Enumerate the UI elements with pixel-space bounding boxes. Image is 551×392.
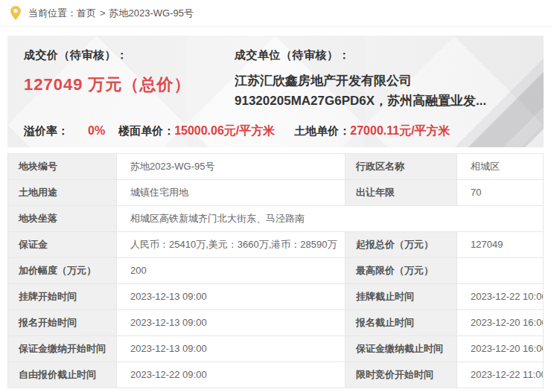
deal-summary-card: 成交价（待审核）： 127049 万元（总价） 成交单位（待审核）： 江苏汇欣鑫… (7, 36, 544, 147)
premium-rate-label: 溢价率： (24, 124, 69, 138)
location-pin-icon (10, 6, 21, 20)
land-info-table: 地块编号 苏地2023-WG-95号 行政区名称 相城区 土地用途 城镇住宅用地… (7, 153, 544, 388)
deal-unit-label: 成交单位（待审核）： (235, 48, 527, 62)
breadcrumb-separator: > (100, 7, 106, 19)
floor-unit-price-value: 15000.06元/平方米 (174, 123, 275, 139)
field-label: 报名截止时间 (345, 310, 457, 336)
field-value: 2023-12-20 16:00 (457, 310, 544, 336)
field-value: 200 (117, 258, 345, 284)
field-value: 2023-12-22 10:00 (457, 284, 544, 310)
field-value: 2023-12-22 11:00 (457, 362, 544, 388)
premium-rate-value: 0% (88, 124, 105, 138)
field-value (457, 258, 544, 284)
field-value: 苏地2023-WG-95号 (117, 154, 345, 180)
field-value: 城镇住宅用地 (117, 180, 345, 206)
company-name: 江苏汇欣鑫房地产开发有限公司 (235, 71, 527, 91)
breadcrumb-text: 当前位置：首页>苏地2023-WG-95号 (28, 7, 194, 20)
field-value: 70 (457, 180, 544, 206)
field-value: 2023-12-13 09:00 (117, 284, 345, 310)
field-label: 出让年限 (345, 180, 457, 206)
field-label: 地块编号 (8, 154, 117, 180)
field-label: 限时竞价开始时间 (345, 362, 457, 388)
field-value: 人民币：25410万,美元：3660万,港币：28590万 (117, 232, 345, 258)
floor-unit-price-label: 楼面单价： (118, 124, 174, 138)
land-unit-price-value: 27000.11元/平方米 (350, 123, 450, 139)
field-value: 相城区 (457, 154, 544, 180)
field-label: 加价幅度（万元） (8, 258, 117, 284)
breadcrumb-home-link[interactable]: 首页 (77, 7, 96, 19)
field-label: 保证金 (8, 232, 117, 258)
breadcrumb-label: 当前位置： (28, 7, 77, 19)
field-label: 保证金缴纳开始时间 (8, 336, 117, 362)
deal-price-value: 127049 万元（总价） (24, 74, 235, 96)
company-id: 91320205MA27G6PD6X，苏州高融置业发... (235, 91, 527, 111)
field-label: 起报总价（万元） (345, 232, 457, 258)
field-label: 报名开始时间 (8, 310, 117, 336)
field-label: 行政区名称 (345, 154, 457, 180)
field-label: 最高限价（万元） (345, 258, 457, 284)
field-value: 2023-12-13 09:00 (117, 310, 345, 336)
deal-price-block: 成交价（待审核）： 127049 万元（总价） (24, 48, 235, 111)
field-value: 2023-12-13 09:00 (117, 336, 345, 362)
breadcrumb-current: 苏地2023-WG-95号 (109, 7, 194, 19)
field-label: 挂牌开始时间 (8, 284, 117, 310)
field-value: 相城区高铁新城齐门北大街东、马泾路南 (117, 206, 544, 232)
field-label: 自由报价截止时间 (8, 362, 117, 388)
land-detail-panel: 成交价（待审核）： 127049 万元（总价） 成交单位（待审核）： 江苏汇欣鑫… (7, 36, 544, 388)
field-label: 地块坐落 (8, 206, 117, 232)
field-value: 2023-12-20 16:00 (457, 336, 544, 362)
field-value: 2023-12-22 09:00 (117, 362, 345, 388)
price-stats-row: 溢价率： 0% 楼面单价： 15000.06元/平方米 土地单价： 27000.… (24, 123, 450, 139)
field-label: 保证金缴纳截止时间 (345, 336, 457, 362)
field-label: 土地用途 (8, 180, 117, 206)
land-unit-price-label: 土地单价： (294, 124, 350, 138)
field-label: 挂牌截止时间 (345, 284, 457, 310)
field-value: 127049 (457, 232, 544, 258)
deal-price-label: 成交价（待审核）： (24, 48, 235, 62)
deal-unit-block: 成交单位（待审核）： 江苏汇欣鑫房地产开发有限公司 91320205MA27G6… (235, 48, 527, 111)
breadcrumb: 当前位置：首页>苏地2023-WG-95号 (0, 0, 551, 27)
